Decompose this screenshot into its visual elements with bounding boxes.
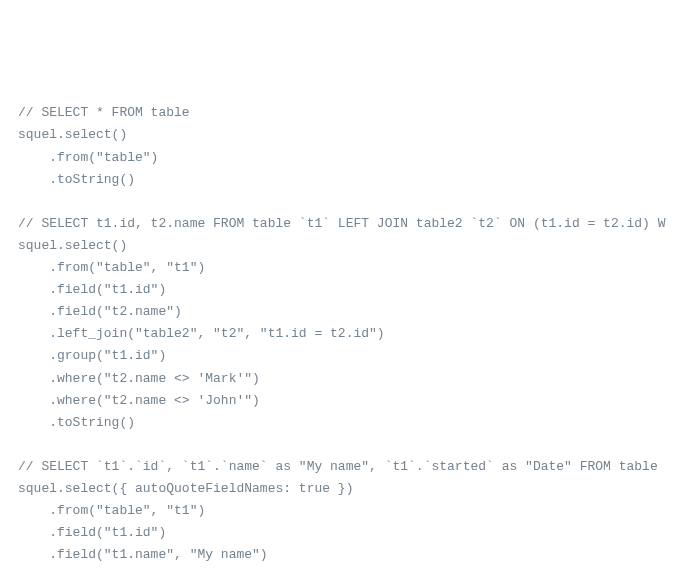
- code-line: squel.select(): [18, 235, 679, 257]
- code-line: squel.select({ autoQuoteFieldNames: true…: [18, 478, 679, 500]
- code-line: .field("t1.id"): [18, 279, 679, 301]
- code-line: [18, 191, 679, 213]
- code-line: .field("t1.name", "My name"): [18, 544, 679, 566]
- code-line: .toString(): [18, 412, 679, 434]
- code-line: .where("t2.name <> 'Mark'"): [18, 368, 679, 390]
- code-line: .where("t2.name <> 'John'"): [18, 390, 679, 412]
- code-line: .field("t1.id"): [18, 522, 679, 544]
- code-line: .toString(): [18, 169, 679, 191]
- code-line: // SELECT `t1`.`id`, `t1`.`name` as "My …: [18, 456, 679, 478]
- code-line: squel.select(): [18, 124, 679, 146]
- code-line: .group("t1.id"): [18, 345, 679, 367]
- code-line: .from("table", "t1"): [18, 500, 679, 522]
- code-line: // SELECT t1.id, t2.name FROM table `t1`…: [18, 213, 679, 235]
- code-line: .field("t1.started", "Date"): [18, 566, 679, 570]
- code-line: // SELECT * FROM table: [18, 102, 679, 124]
- code-line: [18, 434, 679, 456]
- code-line: .left_join("table2", "t2", "t1.id = t2.i…: [18, 323, 679, 345]
- code-line: .field("t2.name"): [18, 301, 679, 323]
- code-line: .from("table"): [18, 147, 679, 169]
- code-block: // SELECT * FROM tablesquel.select() .fr…: [18, 102, 679, 570]
- code-line: .from("table", "t1"): [18, 257, 679, 279]
